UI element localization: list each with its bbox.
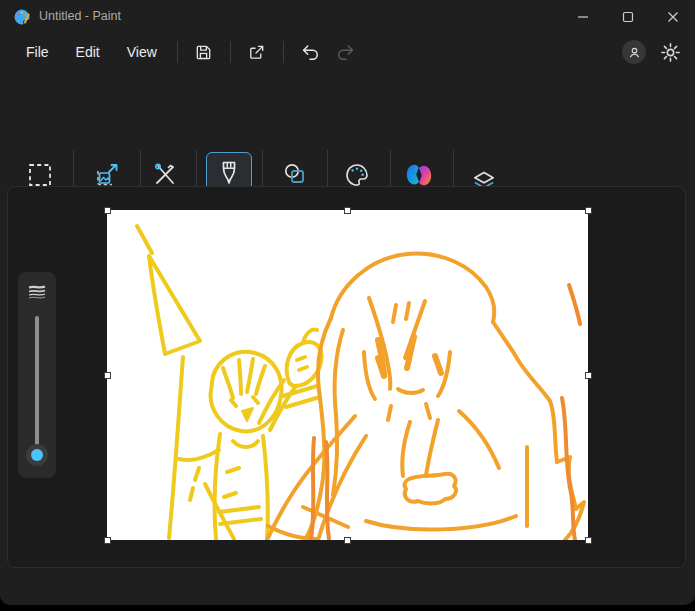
- brush-size-panel: [18, 272, 56, 478]
- close-icon: [666, 10, 680, 24]
- separator: [230, 41, 231, 63]
- shapes-icon: [281, 161, 309, 189]
- minimize-icon: [576, 10, 590, 24]
- menu-view[interactable]: View: [115, 39, 169, 65]
- resize-handle-top-center[interactable]: [344, 207, 351, 214]
- drawing-canvas[interactable]: [107, 210, 588, 540]
- maximize-button[interactable]: [605, 0, 650, 34]
- save-icon: [194, 43, 213, 62]
- brush-size-icon: [27, 284, 47, 300]
- resize-handle-top-right[interactable]: [585, 207, 592, 214]
- resize-handle-bottom-left[interactable]: [104, 537, 111, 544]
- brush-icon: [216, 159, 242, 189]
- paint-app-icon: [13, 8, 31, 26]
- menu-file[interactable]: File: [14, 39, 61, 65]
- gear-icon: [660, 42, 681, 63]
- menubar: File Edit View: [0, 34, 695, 70]
- titlebar: Untitled - Paint: [0, 0, 695, 34]
- brush-size-slider-track[interactable]: [35, 316, 39, 448]
- resize-handle-bottom-center[interactable]: [344, 537, 351, 544]
- separator: [283, 41, 284, 63]
- share-icon: [247, 43, 266, 62]
- account-icon: [627, 45, 642, 60]
- close-button[interactable]: [650, 0, 695, 34]
- toolbar: Selection Image: [0, 70, 695, 186]
- resize-handle-bottom-right[interactable]: [585, 537, 592, 544]
- window-title: Untitled - Paint: [39, 9, 121, 23]
- separator: [177, 41, 178, 63]
- window-controls: [560, 0, 695, 34]
- account-button[interactable]: [622, 40, 646, 64]
- titlebar-right-icons: [622, 34, 681, 70]
- selection-icon: [26, 161, 54, 189]
- brush-size-slider-thumb[interactable]: [26, 444, 48, 466]
- tools-icon: [151, 161, 179, 189]
- undo-icon: [300, 42, 320, 62]
- save-button[interactable]: [186, 37, 222, 67]
- share-button[interactable]: [239, 37, 275, 67]
- undo-button[interactable]: [292, 37, 328, 67]
- redo-button[interactable]: [328, 37, 364, 67]
- paint-window: Untitled - Paint File Edit View: [0, 0, 695, 605]
- resize-handle-middle-left[interactable]: [104, 372, 111, 379]
- minimize-button[interactable]: [560, 0, 605, 34]
- statusbar: 100%: [0, 568, 695, 605]
- slider-thumb-dot: [31, 449, 43, 461]
- image-icon: [93, 161, 121, 189]
- resize-handle-top-left[interactable]: [104, 207, 111, 214]
- resize-handle-middle-right[interactable]: [585, 372, 592, 379]
- menu-edit[interactable]: Edit: [64, 39, 112, 65]
- colors-icon: [343, 161, 371, 189]
- settings-button[interactable]: [660, 42, 681, 63]
- maximize-icon: [621, 10, 635, 24]
- sketch-drawing: [107, 210, 588, 540]
- redo-icon: [336, 42, 356, 62]
